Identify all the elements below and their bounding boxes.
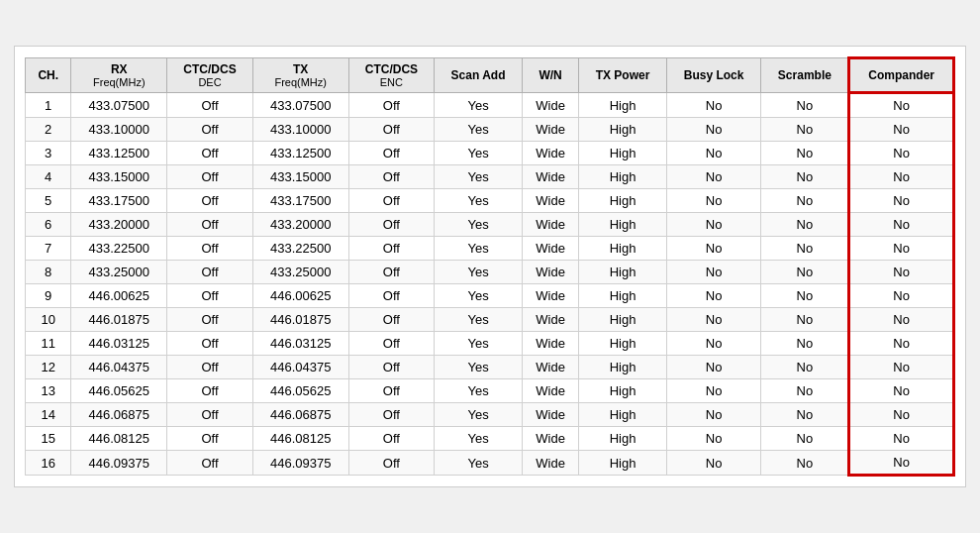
cell-wn: Wide: [522, 356, 578, 379]
cell-rx: 433.17500: [71, 189, 167, 213]
cell-scan_add: Yes: [435, 356, 523, 379]
table-row: 6433.20000Off433.20000OffYesWideHighNoNo…: [26, 213, 954, 237]
cell-tx_power: High: [579, 427, 666, 451]
cell-scramble: No: [761, 93, 849, 118]
cell-scan_add: Yes: [435, 308, 523, 332]
cell-ctcdcs_dec: Off: [167, 332, 253, 356]
cell-tx_power: High: [579, 261, 666, 284]
cell-ch: 2: [26, 118, 71, 142]
cell-wn: Wide: [522, 213, 578, 237]
cell-compander: No: [849, 189, 954, 213]
cell-tx_power: High: [579, 308, 666, 332]
cell-wn: Wide: [522, 308, 578, 332]
table-row: 15446.08125Off446.08125OffYesWideHighNoN…: [26, 427, 954, 451]
cell-compander: No: [849, 213, 954, 237]
cell-wn: Wide: [522, 451, 578, 476]
column-header-10: Compander: [849, 58, 954, 93]
cell-ctcdcs_dec: Off: [167, 379, 253, 403]
table-row: 2433.10000Off433.10000OffYesWideHighNoNo…: [26, 118, 954, 142]
cell-wn: Wide: [522, 118, 578, 142]
cell-tx_power: High: [579, 165, 666, 189]
cell-ctcdcs_dec: Off: [167, 93, 253, 118]
table-row: 16446.09375Off446.09375OffYesWideHighNoN…: [26, 451, 954, 476]
table-row: 3433.12500Off433.12500OffYesWideHighNoNo…: [26, 142, 954, 165]
cell-compander: No: [849, 403, 954, 427]
cell-scramble: No: [761, 237, 849, 261]
table-body: 1433.07500Off433.07500OffYesWideHighNoNo…: [26, 93, 954, 476]
cell-ctcdcs_dec: Off: [167, 142, 253, 165]
cell-scramble: No: [761, 213, 849, 237]
cell-tx: 446.03125: [252, 332, 348, 356]
cell-scan_add: Yes: [435, 142, 523, 165]
cell-tx: 446.06875: [252, 403, 348, 427]
cell-ctcdcs_dec: Off: [167, 189, 253, 213]
cell-wn: Wide: [522, 189, 578, 213]
cell-compander: No: [849, 284, 954, 308]
cell-ch: 6: [26, 213, 71, 237]
cell-scan_add: Yes: [435, 379, 523, 403]
cell-busy_lock: No: [666, 451, 761, 476]
cell-rx: 433.10000: [71, 118, 167, 142]
cell-compander: No: [849, 261, 954, 284]
cell-tx: 433.10000: [252, 118, 348, 142]
table-row: 7433.22500Off433.22500OffYesWideHighNoNo…: [26, 237, 954, 261]
cell-ctcdcs_enc: Off: [348, 142, 435, 165]
cell-tx: 433.20000: [252, 213, 348, 237]
cell-wn: Wide: [522, 261, 578, 284]
cell-ch: 9: [26, 284, 71, 308]
page-wrapper: CH.RXFreq(MHz)CTC/DCSDECTXFreq(MHz)CTC/D…: [0, 0, 980, 533]
table-row: 12446.04375Off446.04375OffYesWideHighNoN…: [26, 356, 954, 379]
column-header-8: Busy Lock: [666, 58, 761, 93]
cell-ctcdcs_enc: Off: [348, 118, 435, 142]
cell-busy_lock: No: [666, 379, 761, 403]
cell-scramble: No: [761, 379, 849, 403]
cell-wn: Wide: [522, 427, 578, 451]
cell-tx: 433.07500: [252, 93, 348, 118]
cell-scan_add: Yes: [435, 237, 523, 261]
cell-ctcdcs_enc: Off: [348, 332, 435, 356]
cell-ch: 4: [26, 165, 71, 189]
cell-wn: Wide: [522, 142, 578, 165]
cell-busy_lock: No: [666, 332, 761, 356]
cell-busy_lock: No: [666, 403, 761, 427]
cell-scramble: No: [761, 261, 849, 284]
column-header-6: W/N: [522, 58, 578, 93]
table-row: 10446.01875Off446.01875OffYesWideHighNoN…: [26, 308, 954, 332]
cell-ctcdcs_enc: Off: [348, 93, 435, 118]
table-row: 11446.03125Off446.03125OffYesWideHighNoN…: [26, 332, 954, 356]
cell-busy_lock: No: [666, 142, 761, 165]
cell-tx_power: High: [579, 332, 666, 356]
column-header-5: Scan Add: [435, 58, 523, 93]
cell-ctcdcs_dec: Off: [167, 427, 253, 451]
table-row: 9446.00625Off446.00625OffYesWideHighNoNo…: [26, 284, 954, 308]
cell-ch: 10: [26, 308, 71, 332]
cell-tx: 433.12500: [252, 142, 348, 165]
cell-rx: 433.15000: [71, 165, 167, 189]
cell-scramble: No: [761, 142, 849, 165]
cell-rx: 446.09375: [71, 451, 167, 476]
cell-tx_power: High: [579, 403, 666, 427]
cell-ctcdcs_dec: Off: [167, 237, 253, 261]
cell-rx: 433.22500: [71, 237, 167, 261]
table-row: 14446.06875Off446.06875OffYesWideHighNoN…: [26, 403, 954, 427]
cell-compander: No: [849, 118, 954, 142]
cell-compander: No: [849, 308, 954, 332]
cell-scan_add: Yes: [435, 403, 523, 427]
column-header-2: CTC/DCSDEC: [167, 58, 253, 93]
cell-tx: 446.04375: [252, 356, 348, 379]
cell-tx_power: High: [579, 213, 666, 237]
cell-tx: 446.01875: [252, 308, 348, 332]
cell-wn: Wide: [522, 237, 578, 261]
cell-ch: 14: [26, 403, 71, 427]
column-header-9: Scramble: [761, 58, 849, 93]
table-header-row: CH.RXFreq(MHz)CTC/DCSDECTXFreq(MHz)CTC/D…: [26, 58, 954, 93]
cell-rx: 446.06875: [71, 403, 167, 427]
cell-rx: 446.08125: [71, 427, 167, 451]
cell-scan_add: Yes: [435, 261, 523, 284]
cell-compander: No: [849, 142, 954, 165]
cell-scramble: No: [761, 427, 849, 451]
cell-scan_add: Yes: [435, 213, 523, 237]
cell-tx_power: High: [579, 118, 666, 142]
table-row: 5433.17500Off433.17500OffYesWideHighNoNo…: [26, 189, 954, 213]
cell-tx: 446.09375: [252, 451, 348, 476]
